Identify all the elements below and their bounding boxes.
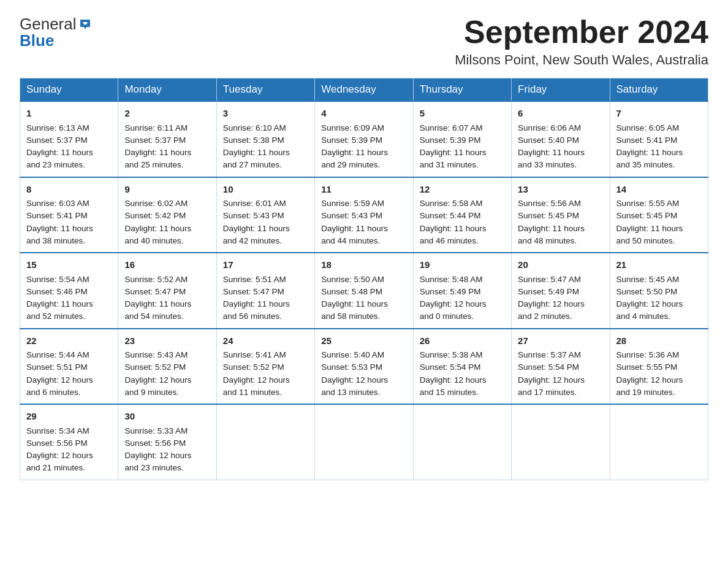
day-number: 14 xyxy=(616,183,702,197)
sunset-text: Sunset: 5:44 PM xyxy=(420,210,505,222)
sunset-text: Sunset: 5:52 PM xyxy=(223,361,308,373)
calendar-cell: 29Sunrise: 5:34 AMSunset: 5:56 PMDayligh… xyxy=(20,404,118,480)
calendar-cell: 8Sunrise: 6:03 AMSunset: 5:41 PMDaylight… xyxy=(20,177,118,253)
daylight-text: Daylight: 11 hoursand 29 minutes. xyxy=(321,147,406,172)
daylight-minutes: and 27 minutes. xyxy=(223,160,282,169)
sunset-text: Sunset: 5:54 PM xyxy=(518,361,603,373)
sunset-text: Sunset: 5:56 PM xyxy=(124,437,210,450)
daylight-text: Daylight: 11 hoursand 56 minutes. xyxy=(223,298,308,323)
daylight-text: Daylight: 11 hoursand 54 minutes. xyxy=(124,298,210,323)
sunset-text: Sunset: 5:49 PM xyxy=(518,286,603,298)
daylight-minutes: and 6 minutes. xyxy=(26,388,81,397)
sunrise-text: Sunrise: 6:11 AM xyxy=(124,122,210,134)
sunset-text: Sunset: 5:37 PM xyxy=(124,134,210,147)
daylight-text: Daylight: 11 hoursand 46 minutes. xyxy=(420,223,505,248)
day-number: 16 xyxy=(124,258,210,272)
calendar-cell: 23Sunrise: 5:43 AMSunset: 5:52 PMDayligh… xyxy=(118,329,216,405)
daylight-text: Daylight: 11 hoursand 31 minutes. xyxy=(420,147,505,172)
col-header-friday: Friday xyxy=(512,79,610,102)
day-number: 27 xyxy=(518,334,603,348)
daylight-text: Daylight: 11 hoursand 25 minutes. xyxy=(124,147,210,172)
sunrise-text: Sunrise: 5:40 AM xyxy=(321,349,406,361)
calendar-cell: 7Sunrise: 6:05 AMSunset: 5:41 PMDaylight… xyxy=(610,101,708,177)
daylight-text: Daylight: 11 hoursand 23 minutes. xyxy=(26,147,112,172)
logo-arrow-icon xyxy=(78,17,93,32)
daylight-text: Daylight: 12 hoursand 13 minutes. xyxy=(321,374,406,399)
calendar-cell: 13Sunrise: 5:56 AMSunset: 5:45 PMDayligh… xyxy=(512,177,610,253)
sunrise-text: Sunrise: 5:43 AM xyxy=(124,349,210,361)
day-number: 4 xyxy=(321,107,406,121)
daylight-text: Daylight: 12 hoursand 11 minutes. xyxy=(223,374,308,399)
calendar-cell: 27Sunrise: 5:37 AMSunset: 5:54 PMDayligh… xyxy=(512,329,610,405)
calendar-cell: 14Sunrise: 5:55 AMSunset: 5:45 PMDayligh… xyxy=(610,177,708,253)
sunrise-text: Sunrise: 6:09 AM xyxy=(321,122,406,134)
calendar-cell: 6Sunrise: 6:06 AMSunset: 5:40 PMDaylight… xyxy=(512,101,610,177)
sunrise-text: Sunrise: 5:54 AM xyxy=(26,274,112,286)
day-number: 15 xyxy=(26,258,112,272)
day-number: 11 xyxy=(321,183,406,197)
daylight-minutes: and 31 minutes. xyxy=(420,160,479,169)
sunrise-text: Sunrise: 5:36 AM xyxy=(616,349,702,361)
col-header-monday: Monday xyxy=(118,79,216,102)
sunrise-text: Sunrise: 6:05 AM xyxy=(616,122,702,134)
calendar-cell: 21Sunrise: 5:45 AMSunset: 5:50 PMDayligh… xyxy=(610,253,708,329)
daylight-text: Daylight: 12 hoursand 15 minutes. xyxy=(420,374,505,399)
daylight-text: Daylight: 12 hoursand 19 minutes. xyxy=(616,374,702,399)
day-number: 28 xyxy=(616,334,702,348)
logo-blue-text: Blue xyxy=(20,31,54,50)
sunset-text: Sunset: 5:55 PM xyxy=(616,361,702,373)
col-header-wednesday: Wednesday xyxy=(315,79,413,102)
sunset-text: Sunset: 5:43 PM xyxy=(223,210,308,222)
daylight-minutes: and 40 minutes. xyxy=(124,236,183,245)
calendar-cell: 10Sunrise: 6:01 AMSunset: 5:43 PMDayligh… xyxy=(216,177,314,253)
calendar-cell xyxy=(315,404,413,480)
day-number: 12 xyxy=(420,183,505,197)
day-number: 8 xyxy=(26,183,112,197)
sunset-text: Sunset: 5:45 PM xyxy=(518,210,603,222)
day-number: 23 xyxy=(124,334,210,348)
day-number: 29 xyxy=(26,410,112,424)
page-header: General Blue September 2024 Milsons Poin… xyxy=(20,15,708,68)
calendar-cell: 24Sunrise: 5:41 AMSunset: 5:52 PMDayligh… xyxy=(216,329,314,405)
sunset-text: Sunset: 5:50 PM xyxy=(616,286,702,298)
daylight-text: Daylight: 12 hoursand 6 minutes. xyxy=(26,374,112,399)
sunset-text: Sunset: 5:54 PM xyxy=(420,361,505,373)
sunset-text: Sunset: 5:45 PM xyxy=(616,210,702,222)
daylight-text: Daylight: 11 hoursand 44 minutes. xyxy=(321,223,406,248)
daylight-text: Daylight: 11 hoursand 52 minutes. xyxy=(26,298,112,323)
daylight-text: Daylight: 12 hoursand 0 minutes. xyxy=(420,298,505,323)
calendar-cell xyxy=(512,404,610,480)
sunrise-text: Sunrise: 6:10 AM xyxy=(223,122,308,134)
calendar-cell: 5Sunrise: 6:07 AMSunset: 5:39 PMDaylight… xyxy=(413,101,511,177)
daylight-text: Daylight: 11 hoursand 58 minutes. xyxy=(321,298,406,323)
sunrise-text: Sunrise: 5:59 AM xyxy=(321,197,406,210)
sunrise-text: Sunrise: 5:58 AM xyxy=(420,197,505,210)
sunset-text: Sunset: 5:53 PM xyxy=(321,361,406,373)
sunset-text: Sunset: 5:56 PM xyxy=(26,437,112,450)
week-row-3: 15Sunrise: 5:54 AMSunset: 5:46 PMDayligh… xyxy=(20,253,708,329)
day-number: 22 xyxy=(26,334,112,348)
sunset-text: Sunset: 5:46 PM xyxy=(26,286,112,298)
day-number: 10 xyxy=(223,183,308,197)
sunset-text: Sunset: 5:47 PM xyxy=(223,286,308,298)
daylight-minutes: and 48 minutes. xyxy=(518,236,577,245)
daylight-minutes: and 35 minutes. xyxy=(616,160,675,169)
daylight-text: Daylight: 12 hoursand 4 minutes. xyxy=(616,298,702,323)
day-number: 17 xyxy=(223,258,308,272)
daylight-minutes: and 54 minutes. xyxy=(124,312,183,321)
col-header-saturday: Saturday xyxy=(610,79,708,102)
calendar-cell: 28Sunrise: 5:36 AMSunset: 5:55 PMDayligh… xyxy=(610,329,708,405)
day-number: 30 xyxy=(124,410,210,424)
daylight-minutes: and 4 minutes. xyxy=(616,312,671,321)
daylight-minutes: and 21 minutes. xyxy=(26,463,85,472)
sunrise-text: Sunrise: 5:47 AM xyxy=(518,274,603,286)
day-number: 25 xyxy=(321,334,406,348)
day-number: 20 xyxy=(518,258,603,272)
calendar-cell xyxy=(610,404,708,480)
calendar-cell: 11Sunrise: 5:59 AMSunset: 5:43 PMDayligh… xyxy=(315,177,413,253)
sunset-text: Sunset: 5:48 PM xyxy=(321,286,406,298)
logo-icon xyxy=(78,17,93,32)
daylight-minutes: and 11 minutes. xyxy=(223,388,282,397)
sunrise-text: Sunrise: 5:55 AM xyxy=(616,197,702,210)
title-block: September 2024 Milsons Point, New South … xyxy=(455,15,708,68)
